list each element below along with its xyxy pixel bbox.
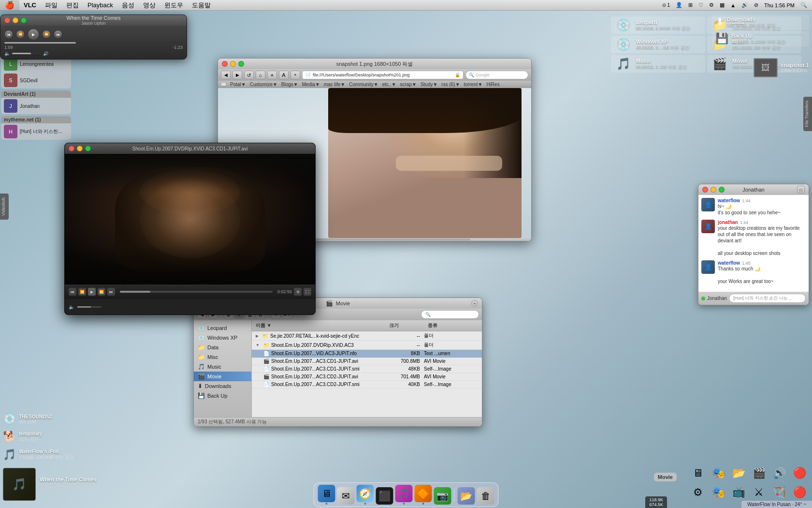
menubar-volume[interactable]: 🔊 bbox=[740, 0, 750, 11]
br-icon-r2-1[interactable]: ⚙ bbox=[689, 484, 707, 501]
br-icon-r2-5[interactable]: 🏹 bbox=[770, 484, 788, 501]
dl-item-backup[interactable]: 💾 Back Up 12.03GB, 3.12GB 여유 공간 bbox=[712, 31, 809, 46]
safari-close-button[interactable] bbox=[222, 61, 228, 67]
br-icon-6[interactable]: 🔴 bbox=[791, 464, 808, 482]
safari-maximize-button[interactable] bbox=[238, 61, 244, 67]
menubar-app-name[interactable]: VLC bbox=[19, 0, 41, 11]
bookmark-maclife[interactable]: mac life▼ bbox=[324, 82, 345, 87]
br-icon-4[interactable]: 🎬 bbox=[750, 464, 768, 482]
bookmark-etc[interactable]: etc..▼ bbox=[382, 82, 396, 87]
dl-item-downloads[interactable]: ⬇ Downloads 192.38GB, GB 여유 공간 bbox=[712, 15, 809, 30]
ichat-minimize-button[interactable] bbox=[710, 187, 716, 193]
br-icon-r2-2[interactable]: 🎭 bbox=[710, 484, 727, 501]
movie-volume-bar[interactable] bbox=[77, 306, 102, 308]
movie-settings-button[interactable]: ⚙ bbox=[294, 288, 302, 296]
bookmark-study[interactable]: Study▼ bbox=[420, 82, 437, 87]
finder-file-row[interactable]: 📄 Shoot.Em.Up.2007...AC3.CD2-JUPiT.smi 4… bbox=[252, 381, 482, 388]
movie-forward-button[interactable]: ⏩ bbox=[98, 288, 105, 296]
vlc-next-button[interactable]: ⏭ bbox=[54, 30, 62, 39]
safari-textsize-large[interactable]: A bbox=[279, 71, 289, 79]
finder-sidebar-music[interactable]: 🎵 Music bbox=[194, 362, 251, 372]
bookmark-torrent[interactable]: torrent▼ bbox=[464, 82, 483, 87]
menubar-user[interactable]: 👤 bbox=[674, 0, 684, 11]
finder-col-size[interactable]: 크기 bbox=[385, 321, 424, 330]
finder-sidebar-movie[interactable]: 🎬 Movie bbox=[194, 372, 251, 381]
movie-minimize-button[interactable] bbox=[77, 146, 83, 151]
bookmark-hires[interactable]: HiRes bbox=[486, 82, 499, 87]
vlc-close-button[interactable] bbox=[4, 17, 10, 23]
vlc-rewind-button[interactable]: ⏪ bbox=[16, 30, 25, 39]
disk-winxp[interactable]: 💿 Windows XP 40.06GB, 3... GB 여유 공간 bbox=[611, 36, 705, 53]
menubar-audio[interactable]: 음성 bbox=[117, 0, 139, 11]
finder-toggle-button[interactable]: − bbox=[471, 300, 478, 307]
menubar-screen[interactable]: ⊞ bbox=[686, 0, 695, 11]
menubar-window[interactable]: 윈도우 bbox=[160, 0, 188, 11]
safari-address-bar[interactable]: 📄 file:///Users/waterflow/Desktop/snapsh… bbox=[302, 71, 464, 79]
bookmark-community[interactable]: Community▼ bbox=[349, 82, 378, 87]
menubar-file[interactable]: 파일 bbox=[41, 0, 62, 11]
br-icon-r2-6[interactable]: 🔴 bbox=[791, 484, 808, 501]
vlc-forward-button[interactable]: ⏩ bbox=[42, 30, 51, 39]
br-icon-3[interactable]: 📂 bbox=[730, 464, 747, 482]
ichat-input-field[interactable]: [Hun] 너와 키스한 순간 나는 ... bbox=[729, 294, 806, 303]
vlc-prev-button[interactable]: ⏮ bbox=[4, 30, 13, 39]
finder-file-row[interactable]: ▶ 📁 Se.jie.2007.RETAIL...k-xvid-sejie-cd… bbox=[252, 331, 482, 341]
dock-terminal[interactable]: ⬛ bbox=[376, 487, 393, 505]
safari-home-button[interactable]: ⌂ bbox=[256, 71, 265, 79]
menubar-edit[interactable]: 편집 bbox=[62, 0, 83, 11]
finder-sidebar-misc[interactable]: 📁 Misc bbox=[194, 352, 251, 362]
vlc-play-button[interactable]: ▶ bbox=[28, 29, 39, 40]
device-thesounds2[interactable]: 💿 THESOUNDS2 383.1MB bbox=[0, 411, 77, 427]
finder-file-row[interactable]: 📄 Shoot.Em.Up.2007...ViD.AC3-JUPiT.nfo 8… bbox=[252, 350, 482, 358]
menubar-hearts[interactable]: ♡ bbox=[696, 0, 705, 11]
finder-sidebar-backup[interactable]: 💾 Back Up bbox=[194, 391, 251, 401]
finder-sidebar-data[interactable]: 📁 Data bbox=[194, 343, 251, 352]
menubar-istat[interactable]: ⊙ 1 bbox=[660, 0, 672, 11]
ichat-expand-button[interactable]: □ bbox=[797, 186, 805, 194]
dock-itunes[interactable]: 🎵 bbox=[395, 485, 413, 505]
menubar-spotlight[interactable]: 🔍 bbox=[798, 0, 809, 11]
finder-col-kind[interactable]: 종류 bbox=[424, 321, 482, 330]
movie-skip-back-button[interactable]: ⏮ bbox=[69, 288, 76, 296]
finder-expand-icon[interactable]: ▶ bbox=[256, 334, 259, 338]
ichat-close-button[interactable] bbox=[702, 187, 708, 193]
movie-close-button[interactable] bbox=[69, 146, 74, 151]
finder-file-row[interactable]: 🎬 Shoot.Em.Up.2007...AC3.CD1-JUPiT.avi 7… bbox=[252, 358, 482, 365]
safari-minimize-button[interactable] bbox=[230, 61, 236, 67]
safari-back-button[interactable]: ◀ bbox=[221, 71, 231, 79]
snapshot-icon[interactable]: 🖼 snapshot-1 1,680 × 1,050 bbox=[754, 58, 809, 77]
dock-vlc[interactable]: 🔶 bbox=[415, 485, 432, 505]
file-transfers-sidebar[interactable]: File Transfers bbox=[803, 97, 812, 131]
bookmark-media[interactable]: Media▼ bbox=[302, 82, 320, 87]
vlc-progress-bar[interactable] bbox=[4, 42, 183, 44]
safari-textsize-small[interactable]: A bbox=[267, 71, 277, 79]
disk-leopard[interactable]: 💿 Leopard 80.19GB, 6.34GB 여유 공간 bbox=[611, 16, 705, 34]
ichat-maximize-button[interactable] bbox=[719, 187, 725, 193]
safari-add-button[interactable]: + bbox=[290, 71, 300, 79]
finder-sidebar-winxp[interactable]: 💿 Windows XP bbox=[194, 333, 251, 343]
dock-trash[interactable]: 🗑 bbox=[477, 487, 494, 505]
menubar-grid[interactable]: ▦ bbox=[718, 0, 726, 11]
menubar-gear[interactable]: ⚙ bbox=[707, 0, 716, 11]
dock-finder[interactable]: 🖥 bbox=[318, 485, 335, 505]
br-icon-1[interactable]: 🖥 bbox=[689, 464, 707, 482]
bookmark-customize[interactable]: Customize▼ bbox=[250, 82, 277, 87]
finder-col-name[interactable]: 이름 ▼ bbox=[252, 321, 385, 330]
movie-badge[interactable]: Movie bbox=[654, 473, 677, 481]
device-ipod[interactable]: 🎵 WaterFlow's iPod 7.41GB, 126.6MB 여유 공간 bbox=[0, 447, 77, 463]
finder-sidebar-leopard[interactable]: 💿 Leopard bbox=[194, 323, 251, 333]
videobob-sidebar[interactable]: Videobob bbox=[0, 194, 9, 220]
device-temporary[interactable]: 🐕 temporary 21가 공간 bbox=[0, 429, 77, 445]
movie-skip-forward-button[interactable]: ⏭ bbox=[107, 288, 115, 296]
menubar-playback[interactable]: Playback bbox=[83, 0, 117, 11]
dock-mail[interactable]: ✉ bbox=[337, 487, 355, 505]
movie-progress-bar[interactable] bbox=[120, 291, 273, 293]
bookmark-scrap[interactable]: scrap▼ bbox=[400, 82, 417, 87]
apple-menu[interactable]: 🍎 bbox=[0, 0, 19, 11]
vlc-minimize-button[interactable] bbox=[13, 17, 18, 23]
now-playing-thumbnail[interactable]: 🎵 bbox=[3, 468, 36, 501]
bookmark-potal[interactable]: Potal▼ bbox=[230, 82, 246, 87]
br-icon-5[interactable]: 🔊 bbox=[770, 464, 788, 482]
br-icon-r2-3[interactable]: 📺 bbox=[730, 484, 747, 501]
finder-search-bar[interactable]: 🔍 bbox=[421, 310, 479, 319]
